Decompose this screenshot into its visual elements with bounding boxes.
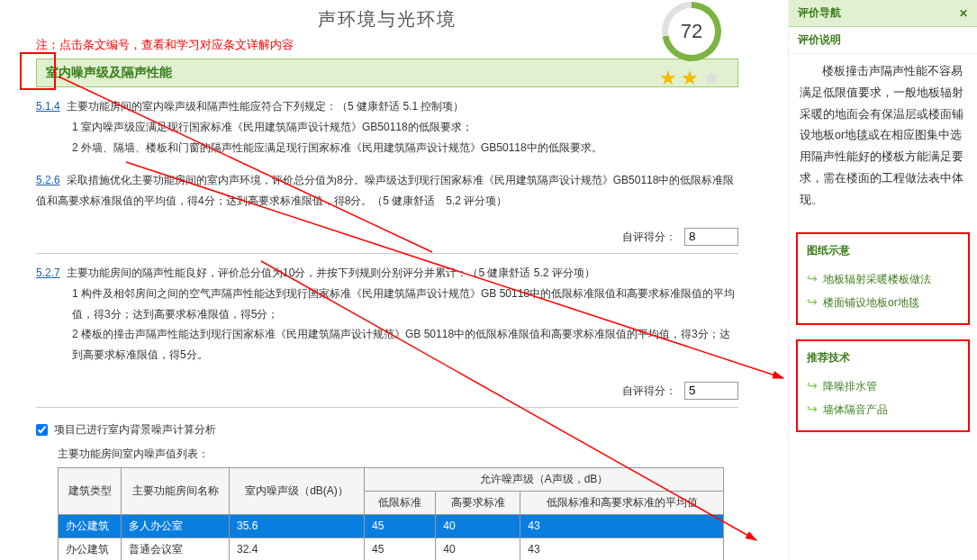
checkbox-row: 项目已进行室内背景噪声计算分析 — [36, 422, 738, 438]
tech-link[interactable]: ↪降噪排水管 — [803, 375, 963, 398]
th-noise: 室内噪声级（dB(A)） — [230, 467, 365, 514]
star-rating: ★★★ — [650, 67, 733, 90]
drawing-hints-block: 图纸示意 ↪地板辐射采暖楼板做法 ↪楼面铺设地板or地毯 — [796, 232, 970, 325]
cell-high: 40 — [436, 537, 520, 560]
th-allow: 允许噪声级（A声级，dB） — [365, 467, 724, 491]
hint-note: 注：点击条文编号，查看和学习对应条文详解内容 — [36, 37, 738, 53]
table-row[interactable]: 办公建筑 多人办公室 35.6 45 40 43 — [59, 514, 724, 537]
table-row[interactable]: 办公建筑 普通会议室 32.4 45 40 43 — [59, 537, 724, 560]
share-icon: ↪ — [807, 294, 818, 309]
drawing-hints-title: 图纸示意 — [803, 243, 963, 258]
self-score-input[interactable] — [684, 228, 738, 246]
link-text: 降噪排水管 — [823, 380, 877, 393]
link-text: 墙体隔音产品 — [823, 403, 888, 416]
score-ring: 72 — [662, 2, 721, 61]
th-high: 高要求标准 — [436, 491, 520, 514]
clause-number-link[interactable]: 5.2.7 — [36, 266, 60, 279]
clause-subitem: 2 楼板的撞击声隔声性能达到现行国家标准《民用建筑隔声设计规范》GB 50118… — [36, 324, 738, 366]
cell-room: 普通会议室 — [122, 537, 230, 560]
table-title: 主要功能房间室内噪声值列表： — [58, 447, 738, 462]
th-building: 建筑类型 — [59, 467, 122, 514]
noise-table: 建筑类型 主要功能房间名称 室内噪声级（dB(A)） 允许噪声级（A声级，dB）… — [58, 467, 724, 560]
clause-number-link[interactable]: 5.1.4 — [36, 100, 60, 113]
checkbox-label: 项目已进行室内背景噪声计算分析 — [54, 423, 216, 436]
sidebar-explain-header[interactable]: 评价说明 — [789, 27, 977, 54]
cell-room: 多人办公室 — [122, 514, 230, 537]
cell-avg: 43 — [520, 514, 724, 537]
link-text: 地板辐射采暖楼板做法 — [823, 273, 931, 285]
cell-building: 办公建筑 — [59, 537, 122, 560]
recommended-tech-title: 推荐技术 — [803, 350, 963, 366]
score-badge: 72 ★★★ — [650, 2, 733, 90]
cell-low: 45 — [365, 537, 436, 560]
main-content: 声环境与光环境 72 ★★★ 注：点击条文编号，查看和学习对应条文详解内容 室内… — [0, 0, 774, 560]
section-header: 室内噪声级及隔声性能 — [36, 59, 738, 87]
cell-building: 办公建筑 — [59, 514, 122, 537]
clause-text: 主要功能房间的隔声性能良好，评价总分值为10分，并按下列规则分别评分并累计：（5… — [67, 266, 595, 279]
self-score-input[interactable] — [684, 382, 738, 400]
cell-high: 40 — [436, 514, 520, 537]
sidebar-explain-text: 楼板撞击声隔声性能不容易满足低限值要求，一般地板辐射采暖的地面会有保温层或楼面铺… — [789, 54, 977, 218]
clause-subitem: 1 构件及相邻房间之间的空气声隔声性能达到现行国家标准《民用建筑隔声设计规范》G… — [36, 284, 738, 325]
sidebar-nav-title: 评价导航 — [798, 5, 841, 21]
clause-text: 采取措施优化主要功能房间的室内声环境，评价总分值为8分。噪声级达到现行国家标准《… — [36, 174, 734, 207]
share-icon: ↪ — [807, 402, 818, 416]
th-room: 主要功能房间名称 — [122, 467, 230, 514]
clause-block: 5.2.7 主要功能房间的隔声性能良好，评价总分值为10分，并按下列规则分别评分… — [36, 263, 738, 366]
self-score-row: 自评得分： — [36, 378, 738, 408]
clause-number-link[interactable]: 5.2.6 — [36, 174, 60, 186]
share-icon: ↪ — [807, 378, 818, 393]
drawing-link[interactable]: ↪楼面铺设地板or地毯 — [803, 291, 963, 314]
score-label: 自评得分： — [622, 230, 676, 243]
tech-link[interactable]: ↪墙体隔音产品 — [803, 398, 963, 421]
clause-block: 5.2.6 采取措施优化主要功能房间的室内声环境，评价总分值为8分。噪声级达到现… — [36, 170, 738, 212]
th-low: 低限标准 — [365, 491, 436, 514]
clause-text: 主要功能房间的室内噪声级和隔声性能应符合下列规定：（5 健康舒适 5.1 控制项… — [67, 100, 464, 113]
share-icon: ↪ — [807, 271, 818, 285]
clause-block: 5.1.4 主要功能房间的室内噪声级和隔声性能应符合下列规定：（5 健康舒适 5… — [36, 96, 738, 158]
cell-low: 45 — [365, 514, 436, 537]
cell-noise: 32.4 — [230, 537, 365, 560]
recommended-tech-block: 推荐技术 ↪降噪排水管 ↪墙体隔音产品 — [796, 339, 970, 432]
cell-noise: 35.6 — [230, 514, 365, 537]
score-value: 72 — [668, 8, 715, 55]
cell-avg: 43 — [520, 537, 724, 560]
drawing-link[interactable]: ↪地板辐射采暖楼板做法 — [803, 267, 963, 291]
sidebar: 评价导航 ✕ 评价说明 楼板撞击声隔声性能不容易满足低限值要求，一般地板辐射采暖… — [788, 0, 977, 560]
self-score-row: 自评得分： — [36, 224, 738, 254]
noise-calc-checkbox[interactable] — [36, 424, 48, 436]
page-title: 声环境与光环境 — [36, 7, 738, 32]
clause-subitem: 1 室内噪声级应满足现行国家标准《民用建筑隔声设计规范》GB50118的低限要求… — [36, 117, 738, 138]
score-label: 自评得分： — [622, 384, 676, 397]
link-text: 楼面铺设地板or地毯 — [823, 296, 919, 309]
sidebar-nav-header: 评价导航 ✕ — [789, 0, 977, 27]
clause-subitem: 2 外墙、隔墙、楼板和门窗的隔声性能应满足现行国家标准《民用建筑隔声设计规范》G… — [36, 138, 738, 158]
th-avg: 低限标准和高要求标准的平均值 — [520, 491, 724, 514]
close-icon[interactable]: ✕ — [959, 7, 968, 20]
